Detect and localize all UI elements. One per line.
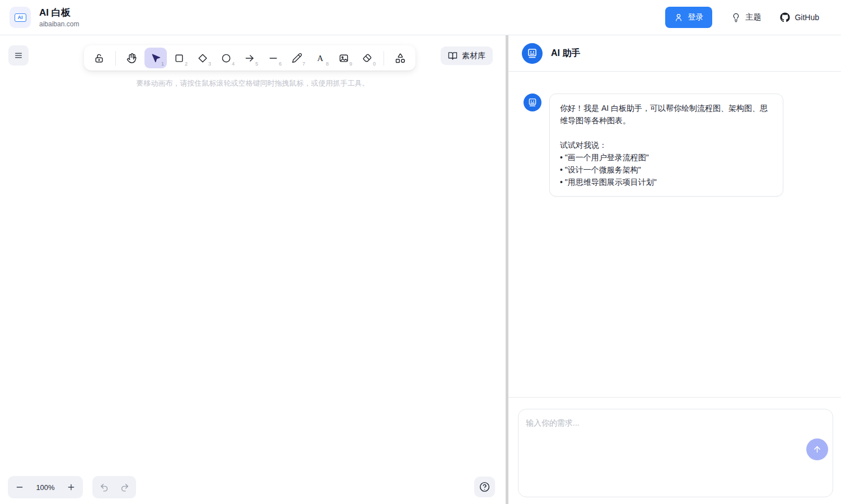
tool-image-button[interactable]: 9: [333, 48, 355, 68]
image-icon: [338, 53, 349, 64]
zoom-in-button[interactable]: [62, 478, 81, 496]
login-label: 登录: [688, 12, 703, 22]
assistant-header: AI 助手: [508, 35, 841, 72]
redo-button[interactable]: [115, 478, 134, 496]
canvas-hint: 要移动画布，请按住鼠标滚轮或空格键同时拖拽鼠标，或使用抓手工具。: [0, 78, 506, 88]
message-bubble: 你好！我是 AI 白板助手，可以帮你绘制流程图、架构图、思维导图等各种图表。 试…: [549, 94, 783, 197]
unlock-icon: [94, 53, 105, 64]
rectangle-icon: [174, 53, 185, 64]
robot-icon: [527, 97, 538, 108]
brand: AI AI 白板 aibaiban.com: [10, 7, 79, 28]
tool-shortcut: 3: [208, 62, 211, 67]
help-button[interactable]: [474, 477, 495, 497]
plus-icon: [67, 483, 76, 492]
toolbar-divider: [384, 51, 384, 66]
drawing-toolbar: 1 2 3 4 5: [84, 45, 415, 71]
redo-icon: [120, 483, 129, 492]
assistant-panel: AI 助手 你好！我是 AI 白板助手，可以帮你绘制流程图、架构图、思维导图等各…: [508, 35, 841, 504]
chat-input-box: [518, 409, 833, 497]
zoom-controls: 100%: [8, 476, 83, 498]
app-header: AI AI 白板 aibaiban.com 登录 主题 GitHub: [0, 0, 841, 35]
tool-text-button[interactable]: A 8: [309, 48, 331, 68]
history-controls: [92, 476, 136, 498]
tool-eraser-button[interactable]: 0: [356, 48, 379, 68]
arrow-right-icon: [244, 53, 255, 64]
tool-hand-button[interactable]: [121, 48, 143, 68]
app-subtitle: aibaiban.com: [39, 20, 79, 28]
zoom-out-button[interactable]: [10, 478, 29, 496]
book-open-icon: [448, 51, 457, 60]
text-icon: A: [315, 53, 326, 64]
tool-arrow-button[interactable]: 5: [239, 48, 261, 68]
chat-input-area: [508, 397, 841, 504]
undo-icon: [100, 483, 109, 492]
menu-button[interactable]: [8, 45, 29, 66]
assistant-message: 你好！我是 AI 白板助手，可以帮你绘制流程图、架构图、思维导图等各种图表。 试…: [524, 94, 826, 197]
cursor-icon: [151, 53, 161, 63]
github-link[interactable]: GitHub: [780, 12, 819, 22]
eraser-icon: [362, 53, 373, 64]
message-avatar: [524, 94, 541, 111]
message-list[interactable]: 你好！我是 AI 白板助手，可以帮你绘制流程图、架构图、思维导图等各种图表。 试…: [508, 72, 841, 397]
tool-ellipse-button[interactable]: 4: [215, 48, 237, 68]
tool-shortcut: 2: [185, 62, 188, 67]
logo-ai-badge: AI: [15, 13, 26, 22]
assistant-avatar: [522, 43, 543, 64]
help-circle-icon: [479, 481, 490, 493]
chat-input[interactable]: [518, 409, 833, 497]
user-icon: [674, 13, 683, 22]
tool-shortcut: 8: [326, 62, 329, 67]
svg-text:A: A: [317, 53, 324, 62]
tool-shortcut: 5: [255, 62, 258, 67]
minus-icon: [15, 483, 24, 492]
tool-rectangle-button[interactable]: 2: [168, 48, 190, 68]
robot-icon: [526, 48, 538, 59]
diamond-icon: [197, 53, 208, 64]
shapes-icon: [395, 53, 406, 64]
arrow-up-icon: [812, 445, 822, 454]
assistant-title: AI 助手: [551, 48, 580, 59]
theme-label: 主题: [745, 12, 761, 22]
tool-shortcut: 0: [373, 62, 376, 67]
send-button[interactable]: [806, 438, 828, 460]
whiteboard-canvas[interactable]: 1 2 3 4 5: [0, 35, 506, 504]
zoom-level[interactable]: 100%: [29, 483, 62, 492]
tool-diamond-button[interactable]: 3: [191, 48, 214, 68]
pencil-icon: [292, 53, 302, 63]
tool-shortcut: 1: [161, 62, 164, 67]
undo-button[interactable]: [95, 478, 114, 496]
hand-icon: [127, 53, 138, 64]
tool-line-button[interactable]: 6: [262, 48, 284, 68]
hamburger-icon: [13, 50, 24, 60]
tool-shortcut: 7: [302, 62, 305, 67]
github-icon: [780, 12, 790, 22]
tool-shortcut: 9: [349, 62, 352, 67]
toolbar-divider: [115, 51, 116, 66]
library-label: 素材库: [462, 51, 485, 61]
tool-shortcut: 6: [279, 62, 282, 67]
login-button[interactable]: 登录: [665, 7, 712, 28]
lightbulb-icon: [731, 13, 741, 22]
tool-shortcut: 4: [232, 62, 235, 67]
tool-shapes-button[interactable]: [389, 48, 412, 68]
tool-draw-button[interactable]: 7: [286, 48, 308, 68]
github-label: GitHub: [795, 13, 819, 22]
app-title: AI 白板: [39, 7, 79, 18]
circle-icon: [221, 53, 232, 64]
library-button[interactable]: 素材库: [441, 46, 493, 65]
app-logo: AI: [10, 7, 31, 28]
tool-select-button[interactable]: 1: [144, 48, 167, 68]
theme-button[interactable]: 主题: [731, 12, 761, 22]
tool-lock-button[interactable]: [88, 48, 110, 68]
line-icon: [268, 53, 279, 64]
